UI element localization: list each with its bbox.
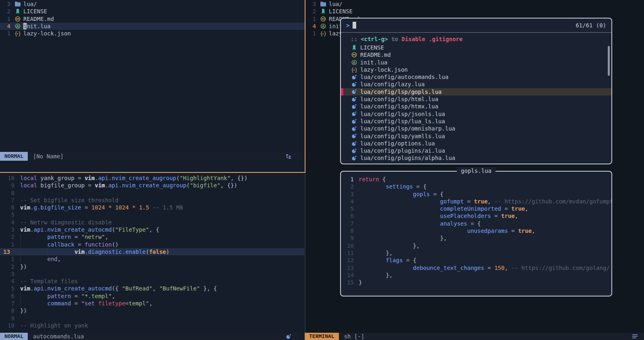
- file-row[interactable]: 2LICENSE: [305, 8, 644, 15]
- mode-badge: TERMINAL: [305, 333, 339, 340]
- code-line[interactable]: 12 flags = {: [341, 257, 611, 264]
- code-line[interactable]: 7-- Set bigfile size threshold: [0, 197, 304, 204]
- picker-item[interactable]: README.md: [341, 51, 611, 58]
- code-line[interactable]: 10local yank_group = vim.api.nvim_create…: [0, 174, 304, 182]
- code-line[interactable]: 14 },: [341, 272, 611, 279]
- json-icon: {}: [320, 31, 326, 36]
- window-separator-vertical[interactable]: [305, 173, 305, 333]
- statusline-terminal: TERMINAL sh [-]: [305, 333, 644, 340]
- code-line[interactable]: 3 gopls = {: [341, 191, 611, 198]
- code-line[interactable]: 5: [0, 211, 304, 218]
- code-line[interactable]: 1▏ end,: [0, 255, 304, 263]
- code-line[interactable]: 2 settings = {: [341, 183, 611, 190]
- code-line[interactable]: 15}: [341, 279, 611, 286]
- lua-file-icon: [351, 111, 357, 116]
- tree-icon: [286, 152, 291, 161]
- code-text: settings = {: [359, 183, 611, 190]
- window-separator-horizontal-active[interactable]: [0, 172, 305, 173]
- license-icon: [352, 45, 357, 50]
- file-row[interactable]: 2LICENSE: [0, 8, 305, 15]
- picker-item[interactable]: lua/config/autocomands.lua: [341, 73, 611, 81]
- lua-green-icon: [320, 23, 326, 29]
- line-number: 13: [341, 264, 359, 272]
- picker-item[interactable]: lua/config/lsp/yamlls.lua: [341, 133, 611, 140]
- lua-file-icon: [351, 148, 357, 153]
- code-text: },: [359, 242, 611, 249]
- code-line[interactable]: 10 },: [341, 242, 611, 249]
- readme-icon: [15, 16, 21, 22]
- line-number: 3: [0, 270, 20, 278]
- picker-item[interactable]: lua/config/lsp/html.lua: [341, 95, 611, 103]
- file-row[interactable]: 1{}lazy-lock.json: [0, 30, 305, 37]
- code-line[interactable]: 9local bigfile_group = vim.api.nvim_crea…: [0, 182, 304, 189]
- code-line[interactable]: 13▏ ▏ vim.diagnostic.enable(false): [0, 248, 304, 255]
- picker-item[interactable]: lua/config/lsp/omnisharp.lua: [341, 125, 611, 132]
- picker-item-name: README.md: [360, 51, 391, 58]
- file-explorer-left: 3lua/2LICENSE1README.md4init.lua1{}lazy-…: [0, 0, 305, 37]
- picker-item[interactable]: lua/config/plugins/ai.lua: [341, 147, 611, 154]
- picker-scrollbar[interactable]: [608, 46, 610, 76]
- picker-item[interactable]: lua/config/options.lua: [341, 140, 611, 147]
- line-number: 5: [0, 285, 20, 292]
- line-number: 9: [341, 234, 359, 242]
- code-line[interactable]: 1▏ callback = function(): [0, 241, 304, 248]
- file-row[interactable]: 4init.lua: [0, 23, 305, 30]
- code-line[interactable]: 3vim.api.nvim_create_autocmd("FileType",…: [0, 226, 304, 233]
- line-number: 4: [305, 23, 316, 30]
- picker-item[interactable]: lua/config/lsp/jsonls.lua: [341, 110, 611, 118]
- line-number: 13: [0, 248, 20, 255]
- buffer-name: sh [-]: [344, 333, 365, 340]
- code-line[interactable]: 11 },: [341, 249, 611, 257]
- line-number: 3: [0, 0, 10, 8]
- code-line[interactable]: 3: [0, 270, 304, 278]
- picker-item[interactable]: init.lua: [341, 59, 611, 66]
- lua-file-icon: [351, 133, 357, 139]
- line-number: 10: [0, 174, 20, 182]
- picker-item[interactable]: {}lazy-lock.json: [341, 66, 611, 73]
- lua-green-icon: [15, 23, 21, 29]
- window-separator-vertical-active[interactable]: [305, 0, 305, 173]
- file-row[interactable]: 1README.md: [0, 15, 305, 23]
- code-line[interactable]: 4-- Template files: [0, 278, 304, 285]
- code-line[interactable]: 7 analyses = {: [341, 220, 611, 227]
- code-text: }: [359, 279, 611, 286]
- picker-item[interactable]: lua/config/plugins/alpha.lua: [341, 154, 611, 162]
- code-line[interactable]: 7▏ command = "set filetype=templ",: [0, 300, 304, 307]
- file-row[interactable]: 3lua/: [305, 0, 644, 8]
- readme-icon: [320, 16, 326, 22]
- code-text: gofumpt = true, -- https://github.com/mv…: [359, 198, 611, 205]
- picker-item[interactable]: lua/config/lsp/lua_ls.lua: [341, 118, 611, 125]
- picker-item-name: lua/config/autocomands.lua: [360, 73, 448, 81]
- line-number: 4: [341, 198, 359, 205]
- code-text: -- Netrw diagnostic disable: [20, 219, 304, 226]
- code-line[interactable]: 6vim.g.bigfile_size = 1024 * 1024 * 1.5 …: [0, 204, 304, 211]
- code-line[interactable]: 10-- Highlight on yank: [0, 322, 304, 329]
- code-line[interactable]: 6▏ pattern = "*.templ",: [0, 292, 304, 300]
- line-number: 1: [0, 241, 20, 248]
- code-line[interactable]: 2▏ pattern = "netrw",: [0, 233, 304, 240]
- picker-item[interactable]: LICENSE: [341, 44, 611, 51]
- code-line[interactable]: 5 completeUnimported = true,: [341, 205, 611, 212]
- code-line[interactable]: 6 usePlaceholders = true,: [341, 212, 611, 220]
- code-line[interactable]: 4 gofumpt = true, -- https://github.com/…: [341, 198, 611, 205]
- picker-item[interactable]: lua/config/lazy.lua: [341, 81, 611, 88]
- picker-item[interactable]: lua/config/lsp/gopls.lua: [341, 88, 611, 95]
- code-line[interactable]: 5vim.api.nvim_create_autocmd({ "BufRead"…: [0, 285, 304, 292]
- code-line[interactable]: 8}): [0, 307, 304, 314]
- code-line[interactable]: 9: [0, 315, 304, 322]
- code-line[interactable]: 1return {: [341, 176, 611, 183]
- code-line[interactable]: 9 },: [341, 234, 611, 242]
- picker-item-name: lua/config/plugins/alpha.lua: [360, 154, 455, 162]
- code-text: ▏ pattern = "netrw",: [20, 233, 304, 240]
- code-line[interactable]: 2}): [0, 263, 304, 270]
- json-icon: {}: [14, 31, 21, 36]
- file-row[interactable]: 3lua/: [0, 0, 305, 8]
- preview-code: 1return {2 settings = {3 gopls = {4 gofu…: [341, 176, 611, 290]
- code-text: -- Set bigfile size threshold: [20, 197, 304, 204]
- picker-prompt-row[interactable]: > 61/61 (0): [341, 19, 611, 33]
- code-line[interactable]: 4-- Netrw diagnostic disable: [0, 219, 304, 226]
- code-line[interactable]: 8 unusedparams = true,: [341, 227, 611, 234]
- code-line[interactable]: 8: [0, 189, 304, 197]
- code-line[interactable]: 13 debounce_text_changes = 150, -- https…: [341, 264, 611, 272]
- picker-item[interactable]: lua/config/lsp/htmx.lua: [341, 103, 611, 110]
